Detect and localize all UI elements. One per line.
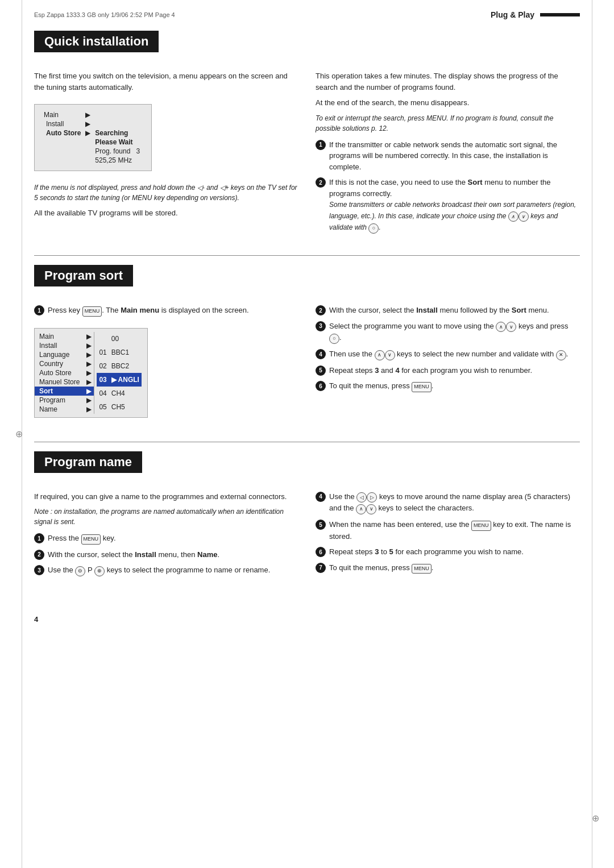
program-name-cols: If required, you can give a name to the … (34, 491, 580, 581)
menu-cell: 01 (97, 346, 109, 359)
menu-cell: 05 (97, 400, 109, 414)
menu-row: Main ▶ (44, 110, 142, 119)
menu-cell (44, 156, 83, 165)
pn-para1: If required, you can give a name to the … (34, 491, 298, 502)
menu-cell: ▶ (83, 119, 93, 128)
menu-cell: ▶ (83, 128, 93, 138)
qi-right-italic: To exit or interrupt the search, press M… (316, 113, 580, 134)
pn-note: Note : on installation, the programs are… (34, 506, 298, 527)
ps-menu-right-table: 00 01BBC1 02BBC2 03▶ ANGLI 04CH4 05CH5 (97, 332, 142, 414)
num-circle-2: 2 (316, 177, 326, 188)
menu-row: Install▶ (35, 341, 94, 350)
menu-cell: BBC1 (109, 346, 142, 359)
list-item-text: Select the programme you want to move us… (329, 321, 580, 344)
list-item-text: Press the MENU key. (48, 533, 116, 545)
menu-row: Main▶ (35, 332, 94, 341)
menu-cell: Install (35, 341, 84, 350)
menu-cell (83, 156, 93, 165)
list-item-text: Use the ⊖ P ⊕ keys to select the program… (48, 564, 270, 576)
menu-cell: ▶ (84, 332, 94, 341)
menu-cell: Searching (93, 128, 142, 138)
num-circle-ps5: 5 (316, 366, 326, 376)
menu-cell: 00 (109, 332, 142, 346)
num-circle-ps3: 3 (316, 321, 326, 331)
menu-row: Prog. found 3 (44, 147, 142, 156)
program-sort-title: Program sort (34, 265, 133, 286)
list-item: 5 Repeat steps 3 and 4 for each program … (316, 365, 580, 376)
menu-cell: ▶ (84, 377, 94, 387)
menu-row: 04CH4 (97, 387, 142, 400)
menu-cell: Auto Store (35, 368, 84, 377)
list-item-text: When the name has been entered, use the … (329, 519, 580, 542)
menu-row: Auto Store▶ (35, 368, 94, 377)
list-item: 7 To quit the menus, press MENU. (316, 562, 580, 574)
ps-menu-box: Main▶ Install▶ Language▶ Country▶ Auto S… (34, 328, 148, 418)
menu-cell: Auto Store (44, 128, 83, 138)
list-item-text: With the cursor, select the Install menu… (329, 305, 549, 316)
menu-cell: Program (35, 396, 84, 405)
ps-menu-left-table: Main▶ Install▶ Language▶ Country▶ Auto S… (35, 332, 94, 414)
qi-menu-table: Main ▶ Install ▶ Auto (44, 110, 142, 165)
num-circle-1: 1 (316, 140, 326, 150)
menu-cell: Name (35, 405, 84, 414)
program-name-left: If required, you can give a name to the … (34, 491, 298, 581)
ps-menu-wrap: Main▶ Install▶ Language▶ Country▶ Auto S… (34, 321, 298, 425)
quick-install-title-wrap: Quick installation (34, 31, 580, 61)
list-item-text: Repeat steps 3 and 4 for each program yo… (329, 365, 532, 376)
program-name-title: Program name (34, 451, 142, 473)
list-item-text: If the transmitter or cable network send… (329, 139, 580, 173)
list-item: 2 With the cursor, select the Install me… (316, 305, 580, 316)
menu-cell: 03 (97, 373, 109, 387)
quick-install-cols: The first time you switch on the televis… (34, 70, 580, 238)
menu-cell: ▶ (84, 368, 94, 377)
qi-para2-italic: If the menu is not displayed, press and … (34, 182, 298, 203)
quick-install-title: Quick installation (34, 31, 159, 52)
menu-cell: CH4 (109, 387, 142, 400)
menu-row: 00 (97, 332, 142, 346)
qi-right-para2: At the end of the search, the menu disap… (316, 97, 580, 109)
menu-cell (97, 332, 109, 346)
divider-1 (34, 255, 580, 256)
num-circle-pn2: 2 (34, 550, 44, 560)
list-item: 3 Use the ⊖ P ⊕ keys to select the progr… (34, 564, 298, 576)
reg-mark-right: ⊕ (591, 813, 600, 823)
program-sort-cols: 1 Press key MENU. The Main menu is displ… (34, 305, 580, 425)
program-name-title-wrap: Program name (34, 451, 580, 482)
quick-install-right: This operation takes a few minutes. The … (316, 70, 580, 238)
right-border (592, 0, 592, 868)
num-circle-pn6: 6 (316, 547, 326, 557)
program-sort-left: 1 Press key MENU. The Main menu is displ… (34, 305, 298, 425)
menu-cell (93, 110, 142, 119)
header-bar: Esp Zappa 1333.3 GB only 1/9/06 2:52 PM … (0, 0, 614, 25)
list-item: 4 Then use the ∧∨ keys to select the new… (316, 348, 580, 360)
list-item: 5 When the name has been entered, use th… (316, 519, 580, 542)
list-item-text: To quit the menus, press MENU. (329, 562, 433, 574)
program-name-section: Program name If required, you can give a… (34, 451, 580, 581)
quick-installation-section: Quick installation The first time you sw… (34, 31, 580, 238)
list-item-text: Then use the ∧∨ keys to select the new n… (329, 348, 568, 360)
menu-cell: ▶ (84, 341, 94, 350)
menu-row: 02BBC2 (97, 359, 142, 373)
list-item-text: Use the ◁▷ keys to move around the name … (329, 491, 580, 515)
qi-para1: The first time you switch on the televis… (34, 70, 298, 93)
num-circle-ps1: 1 (34, 305, 44, 315)
menu-cell: Main (44, 110, 83, 119)
menu-cell: Manuel Store (35, 377, 84, 387)
list-item: 1 Press key MENU. The Main menu is displ… (34, 305, 298, 317)
num-circle-pn4: 4 (316, 492, 326, 502)
divider-2 (34, 442, 580, 442)
qi-right-list: 1 If the transmitter or cable network se… (316, 139, 580, 234)
menu-row: 525,25 MHz (44, 156, 142, 165)
menu-row: Please Wait (44, 138, 142, 147)
main-content: Quick installation The first time you sw… (0, 25, 614, 609)
pn-left-list: 1 Press the MENU key. 2 With the cursor,… (34, 533, 298, 576)
menu-cell (93, 119, 142, 128)
num-circle-ps2: 2 (316, 305, 326, 315)
menu-cell (83, 147, 93, 156)
menu-cell: Install (44, 119, 83, 128)
qi-menu-wrap: Main ▶ Install ▶ Auto (34, 97, 298, 178)
menu-row: Sort▶ (35, 387, 94, 396)
pn-right-list: 4 Use the ◁▷ keys to move around the nam… (316, 491, 580, 574)
menu-cell: Sort (35, 387, 84, 396)
menu-cell: ▶ (84, 405, 94, 414)
